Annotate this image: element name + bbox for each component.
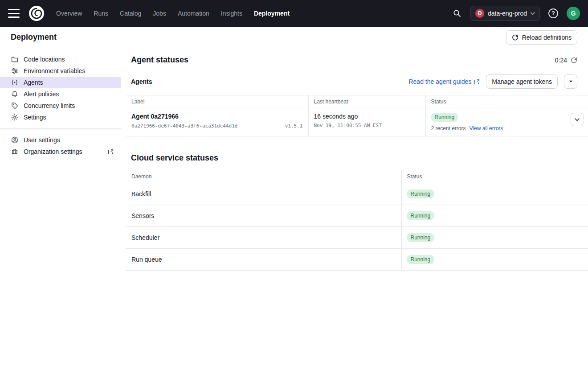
cloud-service-statuses-title: Cloud service statuses bbox=[121, 153, 588, 163]
heartbeat-relative: 16 seconds ago bbox=[314, 113, 420, 120]
column-header-daemon: Daemon bbox=[126, 170, 401, 183]
nav-item-jobs[interactable]: Jobs bbox=[153, 10, 166, 17]
sidebar-item-alert-policies[interactable]: Alert policies bbox=[0, 88, 121, 100]
status-badge: Running bbox=[407, 233, 434, 242]
gear-icon bbox=[11, 113, 19, 121]
deployment-name: data-eng-prod bbox=[488, 10, 527, 17]
sidebar-item-label: Agents bbox=[24, 79, 43, 86]
deployment-switcher[interactable]: D data-eng-prod bbox=[470, 6, 540, 21]
main-content: Agent statuses 0:24 Agents Read the agen… bbox=[121, 48, 588, 391]
sidebar-item-label: Code locations bbox=[24, 56, 65, 63]
sidebar-item-code-locations[interactable]: Code locations bbox=[0, 54, 121, 65]
sidebar-item-environment-variables[interactable]: Environment variables bbox=[0, 65, 121, 77]
agents-more-actions-button[interactable] bbox=[564, 74, 577, 89]
countdown-value: 0:24 bbox=[555, 57, 567, 64]
external-link-icon bbox=[108, 149, 114, 155]
sidebar-item-agents[interactable]: Agents bbox=[0, 77, 121, 88]
folder-icon bbox=[11, 55, 19, 63]
search-icon[interactable] bbox=[450, 6, 464, 21]
daemon-name: Backfill bbox=[131, 190, 151, 198]
manage-agent-tokens-button[interactable]: Manage agent tokens bbox=[486, 74, 558, 89]
sidebar-item-label: Concurrency limits bbox=[24, 102, 75, 109]
top-nav-right: D data-eng-prod ? G bbox=[450, 6, 580, 21]
sidebar-item-label: Settings bbox=[24, 114, 46, 121]
reload-icon bbox=[512, 34, 519, 41]
status-badge: Running bbox=[431, 113, 458, 122]
sidebar-item-organization-settings[interactable]: Organization settings bbox=[0, 146, 121, 157]
agent-name: Agent 0a271966 bbox=[131, 113, 303, 120]
reload-definitions-button[interactable]: Reload definitions bbox=[506, 30, 577, 45]
sidebar-item-concurrency-limits[interactable]: Concurrency limits bbox=[0, 100, 121, 111]
daemon-name: Run queue bbox=[131, 256, 162, 263]
daemon-row-run-queue: Run queue Running bbox=[126, 249, 588, 271]
main-nav: Overview Runs Catalog Jobs Automation In… bbox=[56, 10, 290, 17]
column-header-status: Status bbox=[425, 95, 565, 108]
status-badge: Running bbox=[407, 255, 434, 264]
nav-item-overview[interactable]: Overview bbox=[56, 10, 82, 17]
page-header: Deployment Reload definitions bbox=[0, 27, 588, 48]
agent-id: 0a271966-de67-4043-a3f6-aca31dc44d1d bbox=[131, 123, 237, 129]
agent-version: v1.5.1 bbox=[285, 123, 303, 129]
daemon-name: Sensors bbox=[131, 212, 154, 219]
refresh-countdown: 0:24 bbox=[555, 57, 577, 64]
recent-errors-text: 2 recent errors bbox=[431, 125, 466, 132]
dagster-logo-icon[interactable] bbox=[29, 5, 45, 21]
daemon-row-backfill: Backfill Running bbox=[126, 183, 588, 205]
deployment-badge: D bbox=[475, 9, 484, 18]
cloud-table-header-row: Daemon Status bbox=[126, 170, 588, 183]
agents-table-header-row: Label Last heartbeat Status bbox=[126, 95, 588, 108]
status-badge: Running bbox=[407, 189, 434, 198]
svg-text:?: ? bbox=[551, 10, 555, 16]
view-all-errors-link[interactable]: View all errors bbox=[470, 125, 503, 132]
bell-icon bbox=[11, 90, 19, 98]
heartbeat-timestamp: Nov 19, 11:00:55 AM EST bbox=[314, 123, 420, 128]
nav-item-automation[interactable]: Automation bbox=[178, 10, 209, 17]
sidebar-item-settings[interactable]: Settings bbox=[0, 111, 121, 123]
agent-row-expand-button[interactable] bbox=[571, 113, 584, 126]
agent-statuses-title: Agent statuses bbox=[131, 55, 188, 65]
hamburger-menu-icon[interactable] bbox=[8, 9, 20, 18]
agents-subtitle: Agents bbox=[131, 78, 152, 85]
top-nav: Overview Runs Catalog Jobs Automation In… bbox=[0, 0, 588, 27]
app-root: Overview Runs Catalog Jobs Automation In… bbox=[0, 0, 588, 391]
sidebar-item-label: User settings bbox=[24, 136, 60, 144]
column-header-actions bbox=[565, 95, 588, 108]
cloud-services-table: Daemon Status Backfill Running Sensors R… bbox=[126, 170, 588, 271]
nav-item-catalog[interactable]: Catalog bbox=[120, 10, 141, 17]
daemon-row-scheduler: Scheduler Running bbox=[126, 227, 588, 249]
agent-guides-label: Read the agent guides bbox=[408, 78, 471, 85]
sidebar-item-label: Organization settings bbox=[24, 148, 82, 155]
chevron-down-icon bbox=[575, 118, 580, 121]
agent-guides-link[interactable]: Read the agent guides bbox=[408, 78, 480, 85]
deployment-sidebar: Code locations Environment variables Age… bbox=[0, 48, 121, 391]
column-header-status: Status bbox=[401, 170, 588, 183]
nav-item-insights[interactable]: Insights bbox=[221, 10, 242, 17]
sidebar-item-label: Environment variables bbox=[24, 67, 86, 74]
column-header-heartbeat: Last heartbeat bbox=[308, 95, 425, 108]
page-title: Deployment bbox=[11, 33, 57, 42]
sidebar-item-user-settings[interactable]: User settings bbox=[0, 134, 121, 146]
nav-item-deployment[interactable]: Deployment bbox=[254, 10, 290, 17]
daemon-row-sensors: Sensors Running bbox=[126, 205, 588, 227]
daemon-name: Scheduler bbox=[131, 234, 159, 241]
tag-icon bbox=[11, 102, 19, 110]
agents-table: Label Last heartbeat Status Agent 0a2719… bbox=[126, 95, 588, 136]
nav-item-runs[interactable]: Runs bbox=[94, 10, 108, 17]
organization-icon bbox=[11, 148, 19, 156]
column-header-label: Label bbox=[126, 95, 308, 108]
sliders-icon bbox=[11, 67, 19, 75]
status-badge: Running bbox=[407, 211, 434, 220]
external-link-icon bbox=[474, 79, 480, 85]
agent-row: Agent 0a271966 0a271966-de67-4043-a3f6-a… bbox=[126, 108, 588, 136]
sidebar-divider bbox=[0, 128, 121, 129]
reload-definitions-label: Reload definitions bbox=[522, 34, 572, 41]
help-icon[interactable]: ? bbox=[546, 6, 560, 21]
sidebar-item-label: Alert policies bbox=[24, 91, 59, 98]
user-avatar[interactable]: G bbox=[567, 7, 580, 20]
manage-agent-tokens-label: Manage agent tokens bbox=[492, 78, 552, 85]
agent-icon bbox=[11, 78, 19, 86]
caret-down-icon bbox=[569, 80, 573, 83]
refresh-icon[interactable] bbox=[571, 57, 577, 63]
chevron-down-icon bbox=[531, 12, 535, 15]
user-icon bbox=[11, 136, 19, 144]
